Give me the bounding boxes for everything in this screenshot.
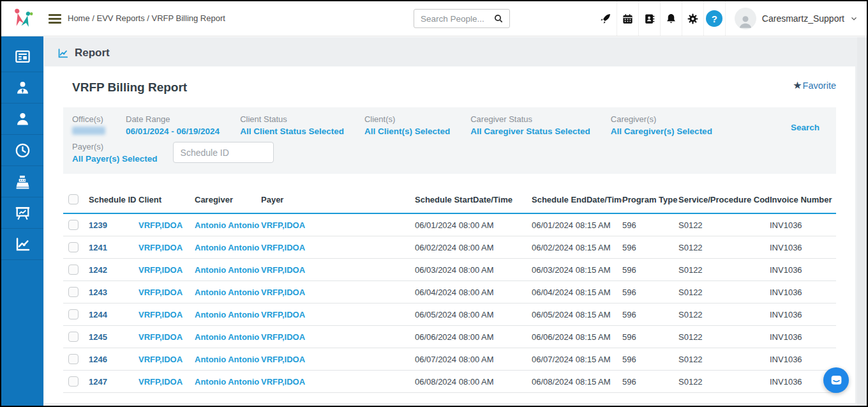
schedule-end-cell: 06/01/2024 08:15 AM: [532, 213, 622, 236]
schedule-id-link[interactable]: 1244: [89, 310, 107, 319]
schedule-id-link[interactable]: 1246: [89, 355, 107, 364]
schedule-start-cell: 06/08/2024 08:00 AM: [415, 371, 532, 393]
people-search: [414, 9, 510, 28]
schedule-start-cell: 06/07/2024 08:00 AM: [415, 348, 532, 371]
rocket-icon[interactable]: [595, 1, 617, 36]
client-link[interactable]: VRFP,IDOA: [138, 220, 183, 230]
schedule-id-link[interactable]: 1243: [89, 288, 107, 297]
star-icon: ★: [793, 81, 802, 91]
filter-field: Client Status All Client Status Selected: [240, 114, 344, 136]
filter-field: Caregiver(s) All Caregiver(s) Selected: [611, 114, 712, 136]
schedule-end-cell: 06/02/2024 08:15 AM: [532, 236, 622, 259]
sidebar-item-caregivers[interactable]: [1, 72, 43, 104]
search-icon[interactable]: [493, 13, 504, 24]
row-checkbox[interactable]: [68, 220, 79, 230]
invoice-number-cell: INV1036: [770, 348, 836, 371]
filter-value[interactable]: [72, 127, 105, 135]
sidebar-item-scheduling[interactable]: [1, 135, 43, 166]
app-logo[interactable]: [1, 1, 43, 36]
help-icon[interactable]: ?: [703, 1, 725, 36]
caregiver-link[interactable]: Antonio Antonio: [195, 220, 259, 230]
menu-toggle-icon[interactable]: [49, 14, 61, 26]
invoice-number-cell: INV1036: [770, 326, 836, 348]
payer-link[interactable]: VRFP,IDOA: [261, 288, 305, 297]
caregiver-link[interactable]: Antonio Antonio: [195, 355, 259, 364]
filter-value[interactable]: All Caregiver(s) Selected: [611, 127, 712, 136]
favorite-button[interactable]: ★ Favorite: [793, 81, 836, 91]
filter-value[interactable]: All Caregiver Status Selected: [470, 127, 590, 136]
service-code-cell: S0122: [678, 281, 770, 303]
table-row: 1244 VRFP,IDOA Antonio Antonio VRFP,IDOA…: [63, 303, 836, 326]
payer-link[interactable]: VRFP,IDOA: [261, 310, 305, 319]
filter-value[interactable]: 06/01/2024 - 06/19/2024: [126, 127, 220, 136]
report-chart-icon: [57, 47, 69, 59]
filter-value[interactable]: All Client Status Selected: [240, 127, 344, 136]
row-checkbox[interactable]: [68, 332, 79, 342]
client-link[interactable]: VRFP,IDOA: [138, 332, 183, 342]
caregiver-link[interactable]: Antonio Antonio: [195, 265, 259, 275]
payer-link[interactable]: VRFP,IDOA: [261, 332, 305, 342]
program-type-cell: 596: [622, 303, 678, 326]
caregiver-link[interactable]: Antonio Antonio: [195, 377, 259, 387]
user-menu[interactable]: Caresmartz_Support: [725, 1, 862, 36]
column-header: Program Type: [622, 188, 678, 213]
caregiver-link[interactable]: Antonio Antonio: [195, 310, 259, 319]
sidebar-item-clients[interactable]: [1, 104, 43, 135]
row-checkbox[interactable]: [68, 376, 79, 387]
schedule-id-link[interactable]: 1242: [89, 265, 107, 275]
filter-panel: Office(s) Date Range 06/01/2024 - 06/19/…: [63, 107, 836, 174]
search-input[interactable]: [414, 14, 493, 24]
select-all-checkbox[interactable]: [68, 194, 79, 204]
schedule-id-link[interactable]: 1241: [89, 243, 107, 252]
gear-icon[interactable]: [682, 1, 703, 36]
column-header: Payer: [261, 188, 415, 213]
client-link[interactable]: VRFP,IDOA: [138, 310, 183, 319]
column-header: Invoice Number: [770, 188, 836, 213]
top-header: Home / EVV Reports / VRFP Billing Report…: [1, 1, 867, 36]
chat-launcher-button[interactable]: [823, 367, 849, 393]
service-code-cell: S0122: [678, 236, 770, 259]
schedule-id-link[interactable]: 1245: [89, 332, 107, 342]
sidebar-item-dashboard[interactable]: [1, 41, 43, 72]
caregiver-link[interactable]: Antonio Antonio: [195, 332, 259, 342]
program-type-cell: 596: [622, 348, 678, 371]
row-checkbox[interactable]: [68, 309, 79, 319]
payer-link[interactable]: VRFP,IDOA: [261, 265, 305, 275]
filter-value[interactable]: All Payer(s) Selected: [72, 154, 158, 164]
client-link[interactable]: VRFP,IDOA: [138, 265, 183, 275]
row-checkbox[interactable]: [68, 265, 79, 275]
filter-label: Client Status: [240, 114, 344, 124]
schedule-id-link[interactable]: 1239: [89, 220, 107, 230]
table-row: 1243 VRFP,IDOA Antonio Antonio VRFP,IDOA…: [63, 281, 836, 303]
client-link[interactable]: VRFP,IDOA: [138, 243, 183, 252]
row-checkbox[interactable]: [68, 354, 79, 364]
program-type-cell: 596: [622, 371, 678, 393]
caregiver-link[interactable]: Antonio Antonio: [195, 288, 259, 297]
breadcrumb[interactable]: Home / EVV Reports / VRFP Billing Report: [68, 13, 225, 23]
payer-link[interactable]: VRFP,IDOA: [261, 220, 305, 230]
sidebar-item-billing[interactable]: [1, 166, 43, 197]
payer-link[interactable]: VRFP,IDOA: [261, 355, 305, 364]
sidebar-item-analytics-reports[interactable]: [1, 229, 43, 260]
bell-icon[interactable]: [660, 1, 682, 36]
caresmartz-logo-icon: [9, 5, 36, 32]
filter-value[interactable]: All Client(s) Selected: [364, 127, 450, 136]
calendar-icon[interactable]: [617, 1, 638, 36]
page-scrollbar[interactable]: [857, 37, 867, 406]
client-link[interactable]: VRFP,IDOA: [138, 355, 183, 364]
schedule-id-input[interactable]: [173, 142, 274, 163]
payer-link[interactable]: VRFP,IDOA: [261, 377, 305, 387]
row-checkbox[interactable]: [68, 242, 79, 252]
client-link[interactable]: VRFP,IDOA: [138, 288, 183, 297]
contacts-icon[interactable]: [638, 1, 660, 36]
caregiver-link[interactable]: Antonio Antonio: [195, 243, 259, 252]
payer-link[interactable]: VRFP,IDOA: [261, 243, 305, 252]
filter-search-button[interactable]: Search: [791, 123, 819, 132]
client-link[interactable]: VRFP,IDOA: [138, 377, 183, 387]
schedule-id-link[interactable]: 1247: [89, 377, 107, 387]
sidebar-item-office-reports[interactable]: [1, 197, 43, 229]
row-checkbox[interactable]: [68, 287, 79, 297]
filter-field: Client(s) All Client(s) Selected: [364, 114, 450, 136]
report-table: Schedule IDClientCaregiverPayerSchedule …: [63, 188, 836, 393]
service-code-cell: S0122: [678, 371, 770, 393]
